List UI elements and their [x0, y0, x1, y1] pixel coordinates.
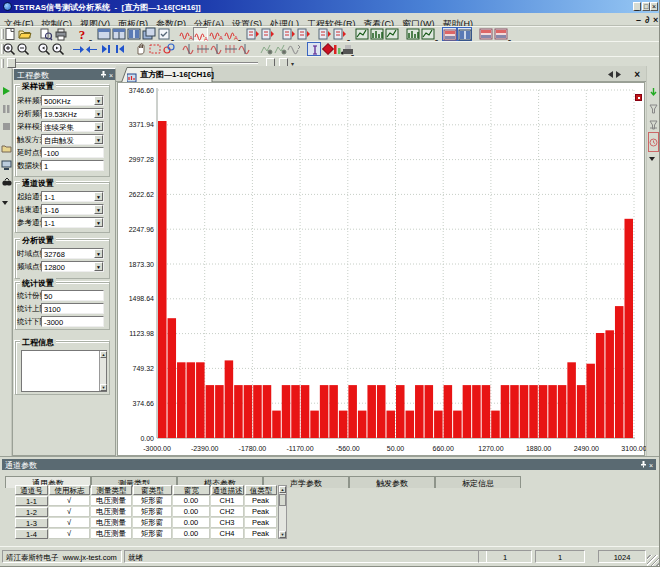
svg-text:1880.00: 1880.00	[526, 445, 551, 452]
svg-text:-3000.00: -3000.00	[143, 445, 171, 452]
svg-text:374.66: 374.66	[133, 400, 155, 407]
svg-text:-1780.00: -1780.00	[239, 445, 267, 452]
svg-text:2490.00: 2490.00	[574, 445, 599, 452]
svg-text:3100.00: 3100.00	[621, 445, 646, 452]
svg-text:2997.28: 2997.28	[129, 156, 154, 163]
svg-text:1873.30: 1873.30	[129, 261, 154, 268]
svg-text:1123.98: 1123.98	[129, 330, 154, 337]
svg-text:-2390.00: -2390.00	[191, 445, 219, 452]
svg-text:2247.96: 2247.96	[129, 226, 154, 233]
svg-text:-560.00: -560.00	[336, 445, 360, 452]
svg-text:-1170.00: -1170.00	[287, 445, 314, 452]
svg-text:660.00: 660.00	[432, 445, 454, 452]
svg-text:1498.64: 1498.64	[129, 295, 154, 302]
svg-text:50.00: 50.00	[387, 445, 405, 452]
svg-text:?: ?	[78, 27, 85, 41]
svg-text:2622.62: 2622.62	[129, 191, 154, 198]
svg-text:3746.60: 3746.60	[129, 87, 154, 94]
svg-text:0.00: 0.00	[140, 435, 154, 442]
svg-text:3371.94: 3371.94	[129, 121, 154, 128]
svg-text:1270.00: 1270.00	[478, 445, 503, 452]
svg-text:749.32: 749.32	[133, 365, 155, 372]
